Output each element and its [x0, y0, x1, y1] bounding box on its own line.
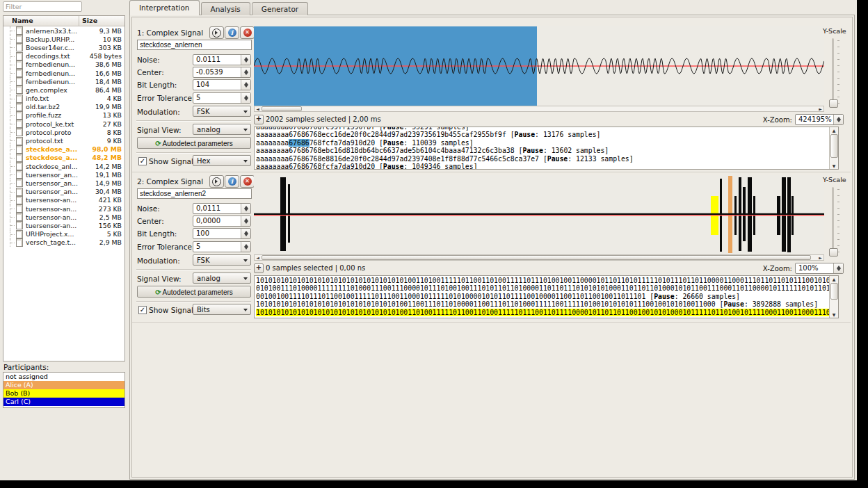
protocol-line[interactable]: 0010010011110111011001001111101110011000… [256, 293, 830, 300]
signal2-center-spinbox[interactable]: 0,0000 [193, 215, 251, 227]
file-row[interactable]: protocol.txt9 KB [3, 136, 124, 145]
signal2-noise-spinbox[interactable]: 0,0111 [193, 203, 251, 214]
signal2-signal-view-dropdown[interactable]: analog [193, 273, 251, 284]
protocol-line[interactable]: aaaaaaaa67686768ebc16d818db64bc6637ade5b… [256, 147, 830, 154]
file-row[interactable]: old.tar.bz219,9 MB [3, 103, 124, 111]
signal1-name-field[interactable] [137, 40, 252, 50]
signal2-yscale-handle[interactable] [829, 248, 838, 257]
signal1-play-button[interactable] [209, 26, 224, 39]
signal1-show-as-dropdown[interactable]: Hex [193, 155, 251, 166]
file-row[interactable]: Backup.URHP...10 KB [3, 35, 124, 43]
file-row[interactable]: decodings.txt458 bytes [3, 52, 124, 60]
signal2-yscale-slider[interactable] [832, 187, 834, 254]
signal1-waveform[interactable] [254, 26, 824, 106]
signal2-play-button[interactable] [209, 175, 224, 188]
scroll-left-icon[interactable]: ◄ [255, 255, 261, 260]
scrollbar-thumb[interactable] [830, 283, 838, 300]
file-row[interactable]: fernbedienun...18,4 MB [3, 77, 124, 86]
file-row[interactable]: tuersensor-an...421 KB [3, 196, 124, 204]
participant-row[interactable]: Carl (C) [3, 398, 124, 406]
signal1-error-tolerance-spinbox[interactable]: 5 [193, 92, 251, 104]
column-header-name[interactable]: Name [3, 16, 79, 26]
protocol-line[interactable]: 1010101010101010101010101010101010100110… [256, 309, 830, 316]
file-row[interactable]: protocol_ke.txt27 KB [3, 120, 124, 128]
signal1-hscrollbar[interactable]: ◄ ► [254, 106, 824, 112]
signal2-waveform[interactable] [254, 175, 824, 254]
signal2-autodetect-button[interactable]: ⟳Autodetect parameters [137, 286, 251, 298]
spin-arrows-icon[interactable] [241, 93, 250, 103]
file-row[interactable]: anlernen3x3.t...9,3 MB [3, 26, 124, 35]
signal1-show-signal-checkbox[interactable]: ✓ [138, 157, 147, 165]
tab-generator[interactable]: Generator [252, 2, 308, 15]
tab-analysis[interactable]: Analysis [201, 2, 250, 15]
signal2-info-button[interactable]: i [225, 175, 239, 188]
protocol-line[interactable]: 1010101010101010101010101010101010100110… [256, 300, 830, 308]
signal1-protocol-vscrollbar[interactable]: ▲ ▼ [829, 127, 838, 169]
signal1-autodetect-button[interactable]: ⟳Autodetect parameters [137, 137, 251, 149]
signal2-name-field[interactable] [137, 188, 252, 199]
signal2-error-tolerance-spinbox[interactable]: 5 [193, 241, 251, 252]
protocol-line[interactable]: 0101001110100001111111101000111001110000… [256, 284, 830, 292]
spin-arrows-icon[interactable] [241, 80, 250, 90]
signal2-modulation-dropdown[interactable]: FSK [193, 254, 251, 266]
signal1-noise-spinbox[interactable]: 0.0111 [193, 54, 251, 65]
signal1-close-button[interactable]: ✕ [240, 26, 255, 39]
signal2-show-signal-checkbox[interactable]: ✓ [138, 306, 147, 314]
file-row[interactable]: protocol.proto8 KB [3, 128, 124, 136]
scroll-right-icon[interactable]: ► [817, 106, 823, 111]
participant-row[interactable]: Bob (B) [3, 389, 124, 398]
spin-arrows-icon[interactable] [241, 55, 250, 65]
scrollbar-thumb[interactable] [830, 134, 838, 158]
signal1-modulation-dropdown[interactable]: FSK [193, 106, 251, 117]
signal2-protocol-vscrollbar[interactable]: ▲ ▼ [829, 276, 838, 318]
file-row[interactable]: profile.fuzz13 KB [3, 111, 124, 120]
signal1-protocol-view[interactable]: aaaaaaaa67686768fc99ff1590fbf [Pause: 55… [254, 127, 839, 170]
spin-arrows-icon[interactable] [241, 204, 250, 213]
signal1-signal-view-dropdown[interactable]: analog [193, 124, 251, 135]
signal2-x-zoom-spinbox[interactable]: 100% [795, 263, 844, 274]
spin-arrows-icon[interactable] [241, 216, 250, 226]
scroll-up-icon[interactable]: ▲ [830, 276, 838, 282]
protocol-line[interactable]: aaaaaaaa67686768ecc16de20f0c2844d97ad239… [256, 131, 830, 138]
spin-arrows-icon[interactable] [241, 229, 250, 238]
file-row[interactable]: tuersensor_an...30,4 MB [3, 188, 124, 196]
protocol-line[interactable]: aaaaaaaa67686768fcfa7da910d20 [Pause: 10… [256, 163, 830, 170]
file-row[interactable]: tuersensor_an...14,9 MB [3, 179, 124, 187]
participant-row[interactable]: not assigned [3, 373, 124, 381]
file-row[interactable]: tuersensor_an...19,1 MB [3, 170, 124, 179]
signal2-hscrollbar[interactable]: ◄ ► [254, 254, 824, 261]
scroll-left-icon[interactable]: ◄ [255, 106, 261, 111]
file-row[interactable]: steckdose_a...98,0 MB [3, 145, 124, 154]
filter-input[interactable] [3, 1, 82, 12]
file-row[interactable]: tuersensor-an...273 KB [3, 204, 124, 213]
signal2-show-as-dropdown[interactable]: Bits [193, 304, 251, 315]
column-header-size[interactable]: Size [79, 16, 124, 26]
spin-arrows-icon[interactable] [833, 115, 843, 124]
protocol-line[interactable]: aaaaaaaa67686768e8816de20f0c2844d97ad239… [256, 155, 830, 163]
spin-arrows-icon[interactable] [833, 263, 843, 273]
file-row[interactable]: Boeser14er.c...303 KB [3, 43, 124, 51]
signal2-zoom-in-button[interactable]: + [254, 263, 264, 273]
tab-interpretation[interactable]: Interpretation [129, 0, 200, 15]
signal1-yscale-slider[interactable] [832, 38, 834, 105]
file-row[interactable]: URHProject.x...5 KB [3, 230, 124, 238]
file-row[interactable]: fernbedienun...38,6 MB [3, 60, 124, 69]
participant-row[interactable]: Alice (A) [3, 381, 124, 389]
file-row[interactable]: steckdose_anl...14,2 MB [3, 162, 124, 170]
signal2-protocol-view[interactable]: 1010101010101010101010101010101010101001… [254, 275, 839, 318]
scroll-down-icon[interactable]: ▼ [830, 163, 838, 169]
file-row[interactable]: versch_tage.t...2,9 MB [3, 238, 124, 247]
scroll-down-icon[interactable]: ▼ [830, 311, 838, 318]
scroll-up-icon[interactable]: ▲ [830, 127, 838, 133]
spin-arrows-icon[interactable] [241, 67, 250, 77]
protocol-line[interactable]: 1010101010101010101010101010101010101001… [256, 277, 830, 284]
scrollbar-thumb[interactable] [262, 106, 302, 111]
signal1-x-zoom-spinbox[interactable]: 424195% [795, 114, 844, 125]
signal1-center-spinbox[interactable]: -0.0539 [193, 67, 251, 78]
signal1-yscale-handle[interactable] [829, 99, 838, 108]
protocol-line[interactable]: aaaaaaaa67686768fcfa7da910d20 [Pause: 11… [256, 139, 830, 147]
file-row[interactable]: tuersensor-an...156 KB [3, 221, 124, 229]
file-row[interactable]: info.txt4 KB [3, 95, 124, 103]
signal1-info-button[interactable]: i [225, 26, 239, 39]
signal2-close-button[interactable]: ✕ [240, 175, 255, 188]
